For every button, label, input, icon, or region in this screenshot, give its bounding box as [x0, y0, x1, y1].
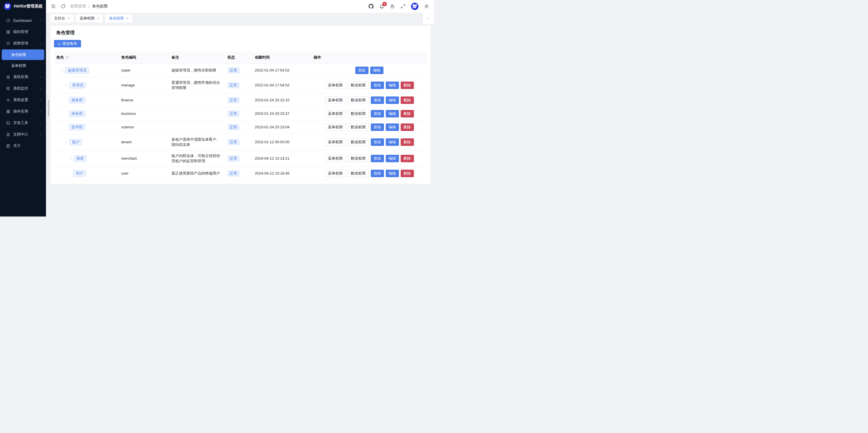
role-name-tag[interactable]: 商务部 — [69, 111, 85, 117]
row-action-edit-button[interactable]: 编辑 — [386, 170, 399, 177]
breadcrumb-section[interactable]: 权限管理 — [70, 4, 86, 9]
sidebar-item-organization[interactable]: 组织管理 — [0, 26, 46, 38]
row-action-add-button[interactable]: 添加 — [355, 67, 369, 74]
row-action-delete-button[interactable]: 删除 — [401, 123, 414, 131]
row-action-menu-button[interactable]: 菜单权限 — [325, 138, 346, 146]
tab-role-permission[interactable]: 角色权限× — [105, 14, 132, 22]
row-action-edit-button[interactable]: 编辑 — [386, 123, 399, 131]
settings-gear-icon[interactable] — [424, 4, 429, 9]
row-action-edit-button[interactable]: 编辑 — [386, 82, 399, 89]
role-name-tag[interactable]: 用户 — [73, 170, 86, 177]
notification-bell[interactable]: 1 — [379, 4, 384, 9]
app-title: HotGo管理系统 — [14, 4, 43, 9]
row-action-add-button[interactable]: 添加 — [371, 110, 384, 118]
sidebar-subitem-role-permission[interactable]: 角色权限 — [2, 50, 44, 60]
tree-expand-chevron-down-icon[interactable] — [65, 141, 68, 144]
row-action-data-button[interactable]: 数据权限 — [348, 96, 369, 104]
fullscreen-icon[interactable] — [400, 4, 406, 9]
role-code: tenant — [119, 140, 169, 145]
content-scrollbar[interactable] — [48, 100, 49, 117]
user-avatar[interactable] — [411, 3, 418, 10]
sidebar-item-system-setting[interactable]: 系统设置 — [0, 94, 46, 106]
row-action-menu-button[interactable]: 菜单权限 — [325, 123, 346, 131]
role-code: finance — [119, 98, 169, 103]
sidebar-item-permission[interactable]: 权限管理 — [0, 38, 46, 49]
chevron-down-icon — [39, 133, 42, 136]
row-action-delete-button[interactable]: 删除 — [401, 170, 414, 177]
sidebar-item-dashboard[interactable]: Dashboard — [0, 14, 46, 26]
actions-cell: 菜单权限数据权限添加编辑删除 — [311, 110, 427, 118]
add-role-button[interactable]: + 添加角色 — [54, 40, 81, 48]
tree-expand-chevron-down-icon[interactable] — [65, 84, 68, 87]
tab-menu-permission[interactable]: 菜单权限× — [76, 14, 102, 22]
row-action-edit-button[interactable]: 编辑 — [386, 96, 399, 104]
table-row-science: 技术部science正常2023-01-24 20:23:54菜单权限数据权限添… — [54, 121, 427, 134]
lock-icon[interactable] — [390, 4, 395, 9]
role-name-tag[interactable]: 财务部 — [69, 97, 85, 103]
close-icon[interactable]: × — [126, 17, 128, 21]
shield-check-icon — [6, 41, 10, 45]
main-content: 角色管理 + 添加角色 角色 角色编码 备注 状态 创建时间 操作 超级管理员s… — [46, 24, 434, 216]
row-action-menu-button[interactable]: 菜单权限 — [325, 82, 346, 89]
row-action-add-button[interactable]: 添加 — [371, 82, 384, 89]
row-action-edit-button[interactable]: 编辑 — [386, 110, 399, 118]
row-action-add-button[interactable]: 添加 — [371, 170, 384, 177]
row-action-data-button[interactable]: 数据权限 — [348, 138, 369, 146]
close-icon[interactable]: × — [67, 17, 70, 21]
col-header-remark: 备注 — [169, 55, 225, 60]
tab-label: 角色权限 — [109, 16, 124, 21]
role-name-tag[interactable]: 技术部 — [69, 124, 85, 130]
row-action-edit-button[interactable]: 编辑 — [386, 138, 399, 146]
row-action-add-button[interactable]: 添加 — [371, 138, 384, 146]
role-name-tag[interactable]: 商家 — [74, 155, 87, 162]
sidebar-item-system-monitor[interactable]: 系统监控 — [0, 83, 46, 94]
tab-console[interactable]: 主控台× — [51, 14, 73, 22]
row-action-delete-button[interactable]: 删除 — [401, 155, 414, 162]
app-logo[interactable]: HotGo管理系统 — [0, 0, 46, 12]
terminal-icon — [6, 121, 10, 125]
sidebar-item-plugin-app[interactable]: 插件应用 — [0, 106, 46, 117]
role-name-tag[interactable]: 管理员 — [69, 82, 86, 88]
collapse-menu-icon[interactable] — [51, 4, 56, 9]
row-action-add-button[interactable]: 添加 — [371, 155, 384, 162]
row-action-data-button[interactable]: 数据权限 — [348, 82, 369, 89]
row-action-delete-button[interactable]: 删除 — [401, 110, 414, 118]
row-action-delete-button[interactable]: 删除 — [401, 82, 414, 89]
row-action-delete-button[interactable]: 删除 — [401, 138, 414, 146]
row-action-data-button[interactable]: 数据权限 — [348, 155, 369, 162]
row-action-data-button[interactable]: 数据权限 — [348, 123, 369, 131]
status-cell: 正常 — [225, 155, 252, 162]
row-action-edit-button[interactable]: 编辑 — [370, 67, 383, 74]
row-action-delete-button[interactable]: 删除 — [401, 96, 414, 104]
row-action-data-button[interactable]: 数据权限 — [348, 170, 369, 177]
github-icon[interactable] — [369, 4, 374, 9]
created-time: 2024-04-12 10:14:21 — [252, 156, 311, 161]
row-action-menu-button[interactable]: 菜单权限 — [325, 155, 346, 162]
row-action-menu-button[interactable]: 菜单权限 — [325, 110, 346, 118]
sidebar-item-system-app[interactable]: 系统应用 — [0, 71, 46, 83]
row-action-edit-button[interactable]: 编辑 — [386, 155, 399, 162]
refresh-icon[interactable] — [61, 4, 66, 9]
row-action-data-button[interactable]: 数据权限 — [348, 110, 369, 118]
tab-list-chevron-down-icon[interactable] — [423, 12, 434, 24]
role-code: business — [119, 111, 169, 116]
tree-expand-chevron-down-icon[interactable] — [69, 157, 72, 160]
koala-logo-icon — [4, 3, 11, 10]
role-code: manage — [119, 83, 169, 88]
status-badge: 正常 — [227, 82, 240, 88]
row-action-add-button[interactable]: 添加 — [371, 96, 384, 104]
role-name-tag[interactable]: 租户 — [69, 139, 82, 145]
sidebar-item-dev-tools[interactable]: 开发工具 — [0, 117, 46, 129]
row-action-add-button[interactable]: 添加 — [371, 123, 384, 131]
row-action-menu-button[interactable]: 菜单权限 — [325, 96, 346, 104]
created-time: 2023-01-24 20:23:27 — [252, 111, 311, 116]
sidebar-subitem-menu-permission[interactable]: 菜单权限 — [2, 60, 44, 71]
row-action-menu-button[interactable]: 菜单权限 — [325, 170, 346, 177]
breadcrumb-separator: / — [89, 4, 90, 9]
tree-expand-chevron-down-icon[interactable] — [60, 69, 64, 72]
close-icon[interactable]: × — [97, 17, 99, 21]
help-circle-icon[interactable] — [65, 55, 69, 59]
sidebar-item-doc-center[interactable]: 文档中心 — [0, 129, 46, 140]
sidebar-item-about[interactable]: 关于 — [0, 140, 46, 152]
role-name-tag[interactable]: 超级管理员 — [65, 67, 89, 73]
